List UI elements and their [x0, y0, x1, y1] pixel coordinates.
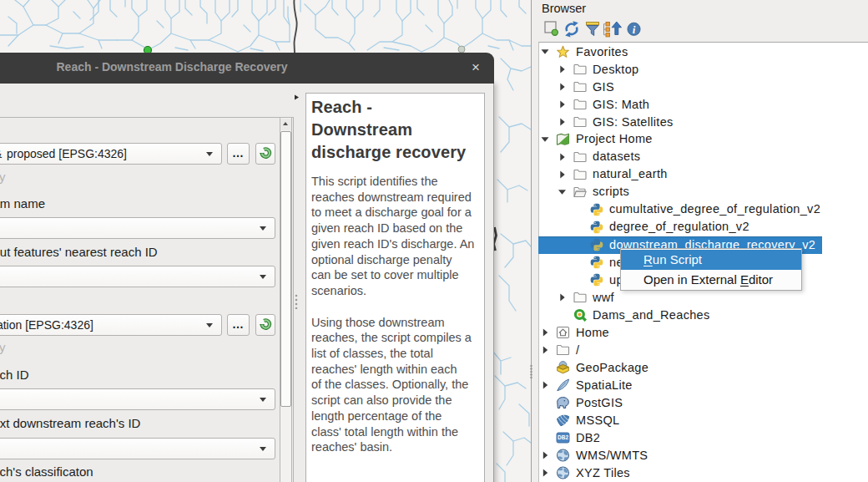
svg-text:i: i [633, 23, 636, 36]
